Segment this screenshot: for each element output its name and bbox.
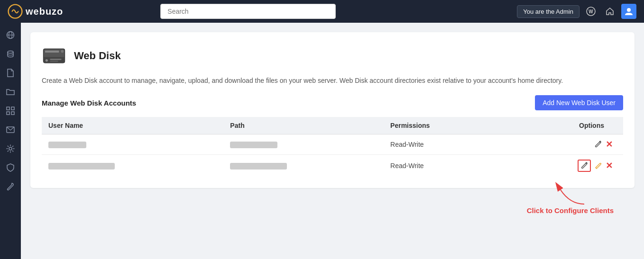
permissions-cell: Read-Write — [384, 134, 504, 155]
configure-btn-row2[interactable] — [578, 160, 591, 172]
col-username: User Name — [42, 117, 223, 134]
main-content: Web Disk Create a Web Disk account to ma… — [21, 23, 644, 259]
sidebar-item-wrench[interactable] — [2, 178, 19, 195]
col-permissions: Permissions — [384, 117, 504, 134]
wrench-icon — [594, 141, 602, 148]
permissions-cell: Read-Write — [384, 155, 504, 177]
username-cell — [42, 134, 223, 155]
table-row: Read-Write — [42, 155, 623, 177]
svg-point-21 — [599, 141, 601, 143]
search-input[interactable] — [160, 4, 336, 19]
configure-btn-row1[interactable] — [594, 141, 602, 148]
settings-icon — [6, 144, 15, 153]
sidebar-item-apps[interactable] — [2, 102, 19, 119]
col-options: Options — [504, 117, 623, 134]
database-icon — [6, 50, 15, 58]
delete-btn-row2[interactable]: ✕ — [606, 161, 613, 171]
svg-text:W: W — [589, 9, 593, 14]
grid-icon — [6, 107, 15, 115]
path-cell — [223, 134, 384, 155]
svg-line-23 — [596, 168, 597, 169]
shield-icon — [7, 163, 14, 172]
sidebar-item-globe[interactable] — [2, 27, 19, 44]
annotation-arrow — [546, 180, 594, 206]
page-title: Web Disk — [74, 50, 121, 62]
path-blurred — [230, 142, 277, 148]
section-title: Manage Web Disk Accounts — [42, 99, 136, 107]
sidebar-item-shield[interactable] — [2, 159, 19, 176]
path-cell — [223, 155, 384, 177]
svg-point-16 — [46, 59, 48, 62]
file-icon — [7, 69, 14, 77]
user-icon-btn[interactable] — [621, 4, 636, 19]
delete-icon: ✕ — [606, 139, 613, 150]
svg-point-3 — [627, 8, 631, 12]
page-description: Create a Web Disk account to manage, nav… — [42, 76, 623, 86]
svg-rect-18 — [50, 61, 58, 62]
accounts-table: User Name Path Permissions Options — [42, 117, 623, 177]
annotation-text: Click to Configure Clients — [527, 206, 614, 214]
search-container — [160, 4, 336, 19]
sidebar — [0, 23, 21, 259]
svg-point-22 — [586, 162, 587, 164]
svg-point-7 — [8, 51, 13, 54]
topnav: webuzo You are the Admin W — [0, 0, 644, 23]
home-icon — [606, 7, 614, 16]
section-header: Manage Web Disk Accounts Add New Web Dis… — [42, 95, 623, 110]
username-blurred — [48, 142, 86, 148]
svg-rect-9 — [11, 107, 14, 110]
globe-icon — [6, 31, 15, 39]
sidebar-item-database[interactable] — [2, 45, 19, 63]
add-web-disk-user-button[interactable]: Add New Web Disk User — [535, 95, 623, 110]
wrench-icon — [7, 182, 14, 191]
table-row: Read-Write ✕ — [42, 134, 623, 155]
mail-icon — [6, 126, 15, 133]
logo-icon — [8, 4, 23, 19]
username-cell — [42, 155, 223, 177]
svg-point-13 — [9, 147, 12, 150]
wrench-icon — [580, 162, 588, 170]
path-blurred — [230, 163, 287, 170]
logo[interactable]: webuzo — [8, 4, 63, 19]
svg-rect-11 — [11, 112, 14, 115]
svg-rect-17 — [50, 59, 61, 60]
options-cell: ✕ — [504, 155, 623, 177]
svg-rect-8 — [7, 107, 9, 110]
sidebar-item-settings[interactable] — [2, 140, 19, 157]
sidebar-item-folder[interactable] — [2, 83, 19, 100]
svg-rect-19 — [45, 51, 59, 53]
folder-icon — [6, 88, 15, 96]
svg-rect-10 — [7, 112, 9, 115]
page-header: Web Disk — [42, 44, 623, 68]
delete-btn-row1[interactable]: ✕ — [606, 139, 613, 150]
edit-icon — [595, 162, 602, 170]
home-icon-btn[interactable] — [602, 4, 617, 19]
nav-right: You are the Admin W — [517, 4, 636, 19]
disk-icon — [42, 44, 66, 68]
annotation-container: Click to Configure Clients — [527, 180, 614, 214]
edit-btn-row2[interactable] — [595, 162, 602, 170]
username-blurred — [48, 163, 115, 170]
user-icon — [625, 7, 633, 16]
web-disk-card: Web Disk Create a Web Disk account to ma… — [30, 32, 635, 188]
admin-badge: You are the Admin — [517, 5, 580, 18]
logo-text: webuzo — [26, 6, 63, 17]
table-header-row: User Name Path Permissions Options — [42, 117, 623, 134]
table-wrapper: User Name Path Permissions Options — [42, 117, 623, 177]
wordpress-icon-btn[interactable]: W — [583, 4, 598, 19]
svg-point-20 — [61, 50, 64, 53]
wordpress-icon: W — [586, 7, 596, 16]
options-cell: ✕ — [504, 134, 623, 155]
sidebar-item-file[interactable] — [2, 64, 19, 81]
sidebar-item-mail[interactable] — [2, 121, 19, 138]
delete-icon: ✕ — [606, 161, 613, 171]
col-path: Path — [223, 117, 384, 134]
